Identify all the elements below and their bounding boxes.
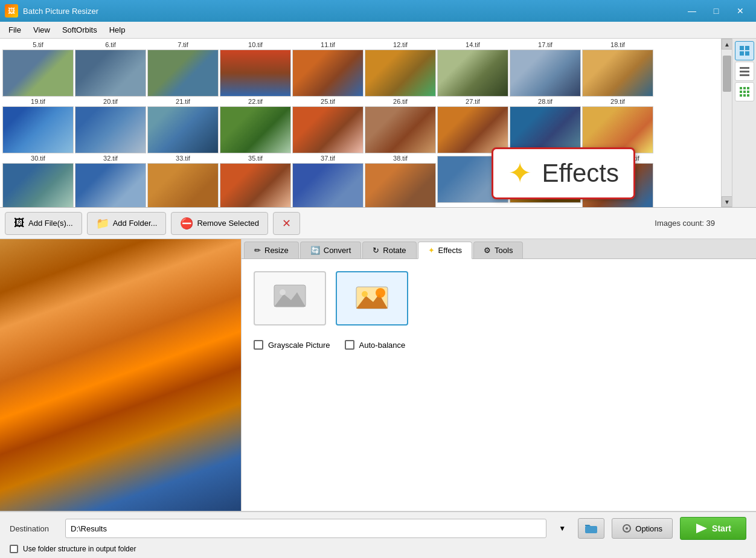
- svg-rect-5: [740, 71, 749, 72]
- scroll-track[interactable]: [722, 50, 732, 196]
- list-item[interactable]: 26.tif: [365, 98, 436, 153]
- minimize-button[interactable]: —: [681, 2, 703, 19]
- add-files-icon: 🖼: [14, 217, 25, 229]
- effects-popup-label: Effects: [542, 159, 619, 188]
- svg-rect-15: [747, 94, 749, 97]
- svg-marker-24: [585, 525, 591, 526]
- grayscale-effect-icon: [272, 279, 308, 318]
- list-item[interactable]: 38.tif: [365, 155, 436, 207]
- svg-marker-27: [696, 524, 707, 533]
- add-folder-button[interactable]: 📁 Add Folder...: [87, 212, 167, 235]
- options-button[interactable]: Options: [612, 518, 673, 539]
- gallery-row-2: 19.tif 20.tif 21.tif 22.tif 25.tif: [2, 98, 719, 153]
- main-area: 5.tif 6.tif 7.tif 10.tif 11.tif: [0, 39, 756, 558]
- menu-softorbits[interactable]: SoftOrbits: [56, 23, 103, 37]
- bottom-main-row: Destination ▼ Options Start: [0, 512, 756, 545]
- menubar: File View SoftOrbits Help: [0, 22, 756, 39]
- preview-image: [0, 239, 241, 511]
- convert-tab-icon: 🔄: [310, 246, 320, 255]
- browse-folder-button[interactable]: [578, 518, 604, 539]
- color-effect-icon: [354, 281, 390, 316]
- tab-tools[interactable]: ⚙ Tools: [473, 242, 523, 258]
- clear-all-button[interactable]: ✕: [273, 212, 300, 235]
- svg-point-26: [626, 527, 628, 530]
- list-item[interactable]: 21.tif: [147, 98, 219, 153]
- list-item[interactable]: 7.tif: [147, 41, 219, 97]
- thumbnail-view-button[interactable]: [735, 41, 754, 60]
- close-button[interactable]: ✕: [729, 2, 751, 19]
- gallery-scrollbar[interactable]: ▲ ▼: [721, 39, 732, 207]
- grayscale-checkbox-box[interactable]: [254, 340, 263, 350]
- list-item[interactable]: 11.tif: [292, 41, 364, 97]
- list-item[interactable]: 18.tif: [582, 41, 653, 97]
- list-item[interactable]: 6.tif: [75, 41, 146, 97]
- tab-effects[interactable]: ✦ Effects: [418, 242, 473, 259]
- list-item[interactable]: 5.tif: [2, 41, 74, 97]
- gallery-row-1: 5.tif 6.tif 7.tif 10.tif 11.tif: [2, 41, 719, 97]
- grayscale-effect-icon-box[interactable]: [254, 271, 326, 326]
- color-effect-icon-box[interactable]: [336, 271, 408, 326]
- list-item[interactable]: 22.tif: [220, 98, 291, 153]
- start-button-label: Start: [712, 524, 731, 533]
- list-item[interactable]: 32.tif: [75, 155, 146, 207]
- maximize-button[interactable]: □: [705, 2, 727, 19]
- rotate-tab-label: Rotate: [383, 246, 406, 255]
- svg-rect-10: [740, 91, 742, 93]
- use-folder-structure-checkbox[interactable]: [10, 545, 18, 553]
- app-title: Batch Picture Resizer: [23, 7, 681, 16]
- autobalance-checkbox[interactable]: Auto-balance: [345, 340, 406, 350]
- remove-selected-button[interactable]: ⛔ Remove Selected: [171, 212, 268, 235]
- bottom-second-row: Use folder structure in output folder: [0, 545, 756, 558]
- list-item[interactable]: 12.tif: [365, 41, 436, 97]
- grid-view-button[interactable]: [735, 82, 754, 101]
- grayscale-checkbox[interactable]: Grayscale Picture: [254, 340, 330, 350]
- svg-rect-9: [747, 87, 749, 89]
- add-files-button[interactable]: 🖼 Add File(s)...: [5, 212, 82, 235]
- list-item[interactable]: 28.tif: [510, 98, 581, 153]
- svg-rect-0: [740, 46, 744, 50]
- list-item[interactable]: 19.tif: [2, 98, 74, 153]
- scroll-down-button[interactable]: ▼: [722, 196, 732, 207]
- scroll-up-button[interactable]: ▲: [722, 39, 732, 50]
- svg-point-22: [376, 288, 385, 298]
- effects-content: Grayscale Picture Auto-balance: [242, 259, 756, 511]
- list-item[interactable]: 14.tif: [437, 41, 508, 97]
- effects-popup: ✦ Effects: [492, 147, 635, 199]
- remove-selected-icon: ⛔: [180, 217, 193, 230]
- list-item[interactable]: 25.tif: [292, 98, 364, 153]
- svg-rect-12: [747, 91, 749, 93]
- grayscale-checkbox-label: Grayscale Picture: [268, 341, 330, 350]
- menu-help[interactable]: Help: [103, 23, 132, 37]
- list-view-button[interactable]: [735, 62, 754, 81]
- effects-icons-row: [254, 271, 744, 326]
- tab-rotate[interactable]: ↻ Rotate: [362, 242, 416, 258]
- add-folder-icon: 📁: [96, 217, 109, 230]
- list-item[interactable]: 27.tif: [437, 98, 508, 153]
- autobalance-checkbox-box[interactable]: [345, 340, 354, 350]
- rotate-tab-icon: ↻: [373, 246, 379, 255]
- start-button[interactable]: Start: [680, 517, 746, 540]
- list-item[interactable]: 20.tif: [75, 98, 146, 153]
- list-item[interactable]: 35.tif: [220, 155, 291, 207]
- menu-view[interactable]: View: [27, 23, 56, 37]
- images-count: Images count: 39: [655, 219, 751, 228]
- list-item[interactable]: 17.tif: [510, 41, 581, 97]
- scroll-thumb[interactable]: [723, 56, 731, 92]
- svg-rect-8: [743, 87, 746, 89]
- svg-rect-11: [743, 91, 746, 93]
- list-item[interactable]: 10.tif: [220, 41, 291, 97]
- tab-resize[interactable]: ✏ Resize: [244, 242, 299, 258]
- resize-tab-label: Resize: [264, 246, 289, 255]
- dropdown-arrow[interactable]: ▼: [554, 520, 571, 537]
- toolbar: 🖼 Add File(s)... 📁 Add Folder... ⛔ Remov…: [0, 208, 756, 239]
- list-item[interactable]: 29.tif: [582, 98, 653, 153]
- menu-file[interactable]: File: [2, 23, 27, 37]
- tab-convert[interactable]: 🔄 Convert: [300, 242, 362, 258]
- effects-tab-icon: ✦: [428, 246, 435, 255]
- svg-rect-2: [740, 51, 744, 56]
- list-item[interactable]: 33.tif: [147, 155, 219, 207]
- titlebar: 🖼 Batch Picture Resizer — □ ✕: [0, 0, 756, 22]
- list-item[interactable]: 37.tif: [292, 155, 364, 207]
- destination-input[interactable]: [65, 519, 546, 538]
- list-item[interactable]: 30.tif: [2, 155, 74, 207]
